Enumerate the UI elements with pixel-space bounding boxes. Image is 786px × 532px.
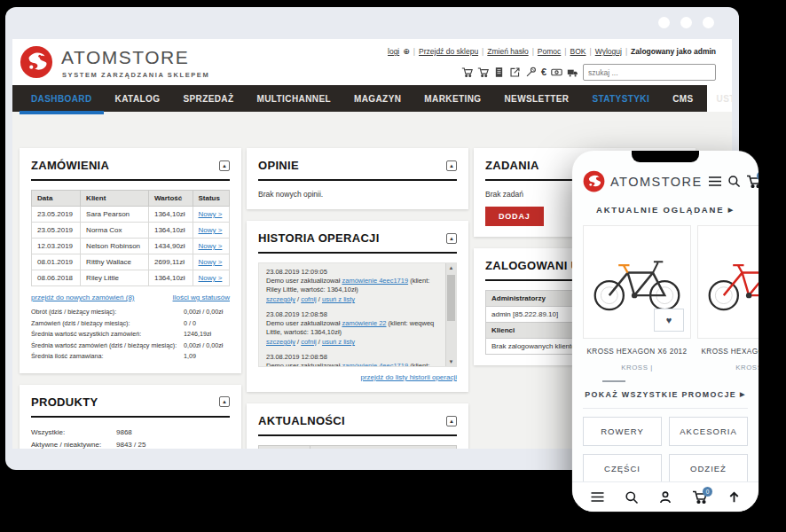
scroll-down-icon[interactable]: ▼ [446, 359, 456, 364]
window-dot[interactable] [703, 17, 714, 28]
cart-icon[interactable]: 0 [746, 175, 758, 188]
search-icon[interactable] [727, 175, 741, 188]
favorite-button[interactable]: ♥ [654, 309, 684, 332]
category-akcesoria-button[interactable]: AKCESORIA [669, 417, 748, 446]
order-status-link[interactable]: Nowy > [199, 210, 223, 218]
remove-link[interactable]: usuń z listy [322, 295, 355, 303]
go-to-shop-link[interactable]: Przejdź do sklepu [419, 47, 478, 56]
menu-icon[interactable] [708, 176, 722, 187]
window-dot[interactable] [680, 17, 692, 28]
export-icon[interactable] [509, 66, 521, 78]
payments-icon[interactable] [551, 66, 562, 78]
news-table: Data Tytuł [258, 445, 457, 449]
order-link[interactable]: zamówienie 4eec1719 [342, 277, 408, 285]
order-status-link[interactable]: Nowy > [199, 226, 223, 234]
carousel-scrollbar[interactable] [602, 380, 625, 382]
mobile-header: ATOMSTORE 0 [583, 170, 748, 192]
table-row: 12.03.2019 Nelson Robinson 1434,90zł Now… [32, 239, 230, 254]
tab-statystyki[interactable]: STATYSTYKI [580, 85, 661, 112]
product-name[interactable]: KROSS HEXAGON X6 2012 [697, 348, 758, 356]
chevron-right-icon: ▶ [740, 391, 746, 397]
order-status-link[interactable]: Nowy > [199, 258, 223, 266]
scroll-top-icon[interactable] [727, 490, 741, 504]
history-list-link[interactable]: przejdź do listy historii operacji [361, 373, 458, 381]
tab-katalog[interactable]: KATALOG [104, 85, 172, 112]
window-dot[interactable] [658, 17, 670, 28]
tab-cms[interactable]: CMS [661, 85, 704, 112]
collapse-icon[interactable]: ▲ [446, 233, 457, 244]
atomstore-logo-icon[interactable] [20, 45, 53, 79]
tab-marketing[interactable]: MARKETING [413, 85, 492, 112]
collapse-icon[interactable]: ▲ [446, 416, 457, 426]
product-card[interactable]: ♥ KROSS HEXAGON X6 2012 KROSS | [583, 225, 691, 372]
currently-viewed-title[interactable]: AKTUALNIE OGLĄDANE ▶ [572, 205, 758, 215]
tab-multichannel[interactable]: MULTICHANNEL [245, 85, 342, 112]
phone-mockup: ATOMSTORE 0 AKTUALNIE OGLĄDANE ▶ [572, 151, 758, 512]
change-password-link[interactable]: Zmień hasło [487, 47, 528, 56]
table-row: 08.01.2019 Ritthy Wallace 2699,11zł Nowy… [32, 254, 230, 270]
stat-row: Obrót (dziś / bieżący miesiąc):0,00zł / … [31, 307, 230, 318]
opinions-empty-text: Brak nowych opinii. [258, 190, 457, 199]
cart-icon[interactable]: 0 [692, 490, 708, 504]
tab-newsletter[interactable]: NEWSLETTER [492, 85, 580, 112]
cart-alt-icon[interactable] [477, 66, 489, 78]
menu-icon[interactable] [590, 491, 605, 503]
bok-link[interactable]: BOK [570, 47, 586, 56]
brand-name: ATOMSTORE [61, 47, 189, 68]
scroll-up-icon[interactable]: ▲ [446, 265, 456, 270]
details-link[interactable]: szczegóły [266, 338, 295, 346]
order-status-link[interactable]: Nowy > [199, 242, 223, 250]
euro-icon[interactable]: € [541, 66, 546, 78]
orders-col-klient: Klient [81, 191, 149, 207]
logout-link[interactable]: Wyloguj [595, 47, 622, 56]
new-orders-link[interactable]: przejdź do nowych zamówień (8) [31, 293, 135, 301]
tab-ustawienia[interactable]: USTAWIENIA [705, 85, 732, 112]
category-czesci-button[interactable]: CZĘŚCI [583, 454, 662, 483]
order-status-link[interactable]: Nowy > [199, 274, 223, 282]
product-brand[interactable]: KROSS | [583, 364, 691, 372]
tools-icon[interactable] [525, 66, 537, 78]
show-all-promotions-link[interactable]: POKAŻ WSZYSTKIE PROMOCJE ▶ [572, 390, 758, 399]
history-entry: 23.08.2019 12:09:05 Demo user zaktualizo… [266, 268, 438, 304]
undo-link[interactable]: cofnij [301, 338, 317, 346]
orders-col-status: Status [193, 191, 230, 207]
scrollbar[interactable]: ▲ ▼ [445, 263, 456, 366]
product-name[interactable]: KROSS HEXAGON X6 2012 [583, 348, 691, 356]
document-icon[interactable] [493, 66, 505, 78]
search-icon[interactable] [625, 490, 639, 505]
cart-icon[interactable] [461, 66, 473, 78]
panel-tasks-title: ZADANIA [485, 159, 539, 172]
panel-news: AKTUALNOŚCI ▲ Data Tytuł [247, 403, 468, 449]
search-input[interactable] [583, 64, 716, 81]
delivery-truck-icon[interactable] [567, 66, 578, 78]
details-link[interactable]: szczegóły [266, 295, 295, 303]
add-task-button[interactable]: DODAJ [485, 207, 544, 226]
stat-row: Średnia ilość zamawiana:1,09 [31, 351, 230, 363]
product-card[interactable]: KROSS HEXAGON X6 2012 KROSS | [697, 225, 758, 372]
collapse-icon[interactable]: ▲ [446, 160, 457, 171]
order-link[interactable]: zamówienie 22 [342, 319, 386, 327]
order-link[interactable]: zamówienie 4eec1719 [342, 362, 408, 367]
undo-link[interactable]: cofnij [301, 295, 317, 303]
logs-link[interactable]: logi [388, 47, 399, 56]
scroll-thumb[interactable] [447, 275, 455, 321]
product-image: ♥ [583, 225, 691, 339]
statuses-link[interactable]: Ilości wg statusów [173, 293, 230, 301]
atomstore-logo-icon[interactable] [583, 170, 605, 192]
collapse-icon[interactable]: ▲ [219, 160, 230, 171]
help-link[interactable]: Pomoc [538, 47, 561, 56]
category-odziez-button[interactable]: ODZIEŻ [669, 454, 748, 483]
tab-magazyn[interactable]: MAGAZYN [342, 85, 413, 112]
collapse-icon[interactable]: ▲ [219, 396, 230, 407]
remove-link[interactable]: usuń z listy [322, 338, 355, 346]
brand-tagline: SYSTEM ZARZĄDZANIA SKLEPEM [62, 71, 209, 79]
topbar-tools: € [461, 64, 716, 81]
tab-sprzedaz[interactable]: SPRZEDAŻ [171, 85, 245, 112]
account-icon[interactable] [658, 490, 672, 505]
orders-table: Data Klient Wartość Status 23.05.2019 Sa… [31, 190, 230, 286]
panel-news-title: AKTUALNOŚCI [258, 414, 345, 427]
product-brand[interactable]: KROSS | [697, 364, 758, 372]
logged-in-as: Zalogowany jako admin [631, 47, 716, 56]
tab-dashboard[interactable]: DASHBOARD [20, 85, 104, 112]
category-rowery-button[interactable]: ROWERY [583, 417, 662, 446]
